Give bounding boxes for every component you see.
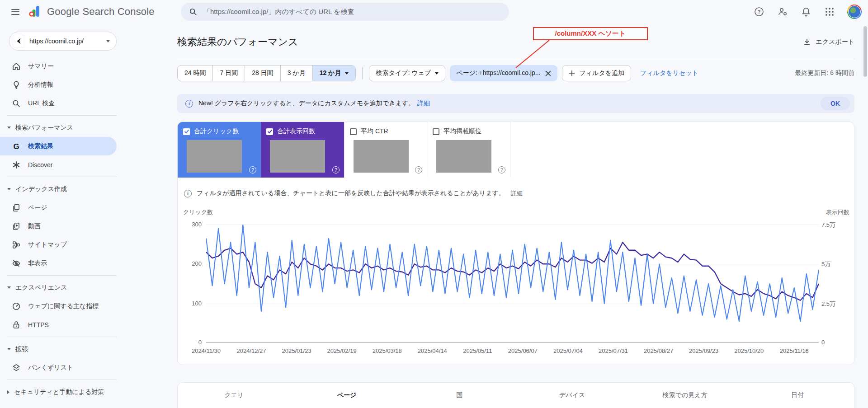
search-console-logo-icon <box>28 5 42 19</box>
add-filter-chip[interactable]: フィルタを追加 <box>562 65 631 81</box>
remove-filter-icon[interactable] <box>545 70 551 76</box>
y-tick: 200 <box>179 260 202 267</box>
y-tick: 0 <box>821 339 851 346</box>
sidebar-section-performance[interactable]: 検索パフォーマンス <box>0 118 123 137</box>
y-tick: 0 <box>179 339 202 346</box>
help-icon[interactable]: ? <box>498 166 505 174</box>
sidebar-item-https[interactable]: HTTPS <box>0 315 123 334</box>
metric-card-average-position[interactable]: 平均掲載順位 ? <box>427 122 510 178</box>
metric-card-total-impressions[interactable]: 合計表示回数 ? <box>261 122 344 178</box>
banner-ok-button[interactable]: OK <box>821 97 850 110</box>
sidebar-item-removals[interactable]: 非表示 <box>0 254 123 272</box>
sidebar-divider <box>7 337 117 337</box>
metric-card-total-clicks[interactable]: 合計クリック数 ? <box>178 122 261 178</box>
clicks-line <box>206 225 819 321</box>
range-3m-button[interactable]: 3 か月 <box>280 66 312 81</box>
svg-text:G: G <box>13 142 19 150</box>
url-inspect-search[interactable]: 「https://coomil.co.jp/」内のすべての URL を検査 <box>181 3 509 21</box>
chevron-down-icon <box>106 40 110 42</box>
sidebar-divider <box>7 275 117 276</box>
sidebar-item-discover[interactable]: Discover <box>0 155 123 174</box>
section-collapse-icon <box>7 348 11 350</box>
sidebar-item-sitemaps[interactable]: サイトマップ <box>0 235 123 254</box>
sidebar-item-pages[interactable]: ページ <box>0 198 123 217</box>
checkbox-checked-icon[interactable] <box>266 128 273 135</box>
search-type-chip[interactable]: 検索タイプ: ウェブ <box>369 65 445 81</box>
y-tick: 7.5万 <box>821 221 851 229</box>
banner-learn-more-link[interactable]: 詳細 <box>417 99 430 108</box>
sidebar-item-search-results[interactable]: G 検索結果 <box>0 137 117 155</box>
info-icon: i <box>184 190 192 197</box>
redacted-value <box>270 140 325 173</box>
right-axis-title: 表示回数 <box>826 208 849 216</box>
help-icon[interactable]: ? <box>753 6 765 18</box>
sidebar-item-videos[interactable]: 動画 <box>0 217 123 235</box>
app-header: Google Search Console 「https://coomil.co… <box>0 0 868 23</box>
sidebar-item-url-inspection[interactable]: URL 検査 <box>0 94 123 113</box>
sidebar-section-enhancements[interactable]: 拡張 <box>0 340 123 358</box>
app-logo[interactable]: Google Search Console <box>28 5 155 19</box>
divider <box>362 67 363 79</box>
checkbox-unchecked-icon[interactable] <box>350 128 357 135</box>
tab-devices[interactable]: デバイス <box>516 383 628 408</box>
chevron-down-icon <box>435 72 439 75</box>
search-icon <box>189 8 197 16</box>
sidebar-section-experience[interactable]: エクスペリエンス <box>0 278 123 297</box>
performance-chart[interactable]: クリック数 表示回数 300 200 100 0 7.5万 5万 2.5万 0 <box>178 208 854 355</box>
range-24h-button[interactable]: 24 時間 <box>178 66 212 81</box>
vertical-scrollbar[interactable] <box>863 26 867 77</box>
checkbox-checked-icon[interactable] <box>183 128 190 135</box>
notice-learn-more-link[interactable]: 詳細 <box>511 189 523 197</box>
redacted-value <box>436 140 491 173</box>
sidebar-item-insights[interactable]: 分析情報 <box>0 75 123 94</box>
range-7d-button[interactable]: 7 日間 <box>212 66 245 81</box>
main-content: 検索結果のパフォーマンス エクスポート 24 時間 7 日間 28 日間 3 か… <box>123 23 868 408</box>
metric-cards: 合計クリック数 ? 合計表示回数 ? 平均 CTR <box>178 122 854 178</box>
dimensions-panel: クエリ ページ 国 デバイス 検索での見え方 日付 <box>177 382 854 408</box>
property-url: https://coomil.co.jp/ <box>29 38 106 45</box>
notifications-icon[interactable] <box>800 6 812 18</box>
tab-dates[interactable]: 日付 <box>741 383 854 408</box>
chart-lines <box>206 225 819 343</box>
last-updated-text: 最終更新日: 6 時間前 <box>795 69 854 77</box>
tab-queries[interactable]: クエリ <box>178 383 290 408</box>
sidebar-item-summary[interactable]: サマリー <box>0 57 123 75</box>
y-tick: 100 <box>179 300 202 307</box>
tab-countries[interactable]: 国 <box>403 383 516 408</box>
sidebar-item-core-web-vitals[interactable]: ウェブに関する主な指標 <box>0 297 123 315</box>
annotation-callout: /column/XXX ヘソート <box>533 27 648 40</box>
range-12m-button[interactable]: 12 か月 <box>312 66 356 81</box>
user-settings-icon[interactable] <box>777 6 788 18</box>
performance-panel: 合計クリック数 ? 合計表示回数 ? 平均 CTR <box>177 122 854 365</box>
plus-icon <box>569 70 575 76</box>
page-filter-chip[interactable]: ページ: +https://coomil.co.jp... <box>450 65 557 81</box>
metric-card-average-ctr[interactable]: 平均 CTR ? <box>344 122 427 178</box>
account-avatar[interactable] <box>847 5 862 19</box>
sidebar-section-security[interactable]: セキュリティと手動による対策 <box>0 383 123 401</box>
range-28d-button[interactable]: 28 日間 <box>245 66 280 81</box>
sidebar-item-breadcrumbs[interactable]: パンくずリスト <box>0 358 123 377</box>
redacted-value <box>354 140 409 173</box>
reset-filters-link[interactable]: フィルタをリセット <box>640 69 698 77</box>
sidebar-divider <box>7 177 117 177</box>
filter-notice: i フィルタが適用されている場合、チャートと表に一部を反映した合計や結果が表示さ… <box>184 189 854 197</box>
left-axis-title: クリック数 <box>183 208 213 216</box>
section-expand-icon <box>7 390 9 394</box>
tab-search-appearance[interactable]: 検索での見え方 <box>628 383 741 408</box>
property-selector[interactable]: https://coomil.co.jp/ <box>9 32 117 51</box>
menu-icon[interactable] <box>6 3 24 21</box>
help-icon[interactable]: ? <box>332 166 340 174</box>
help-icon[interactable]: ? <box>249 166 256 174</box>
help-icon[interactable]: ? <box>415 166 422 174</box>
sidebar-section-indexing[interactable]: インデックス作成 <box>0 180 123 198</box>
app-title: Google Search Console <box>47 6 155 18</box>
export-button[interactable]: エクスポート <box>803 38 854 46</box>
apps-grid-icon[interactable] <box>824 6 835 18</box>
y-tick: 2.5万 <box>821 300 851 308</box>
dimension-tabs: クエリ ページ 国 デバイス 検索での見え方 日付 <box>178 383 854 408</box>
checkbox-unchecked-icon[interactable] <box>433 128 439 135</box>
info-icon: i <box>185 100 193 108</box>
chart-plot-area[interactable]: 300 200 100 0 7.5万 5万 2.5万 0 <box>206 225 819 343</box>
tab-pages[interactable]: ページ <box>290 383 403 408</box>
section-collapse-icon <box>7 127 11 129</box>
